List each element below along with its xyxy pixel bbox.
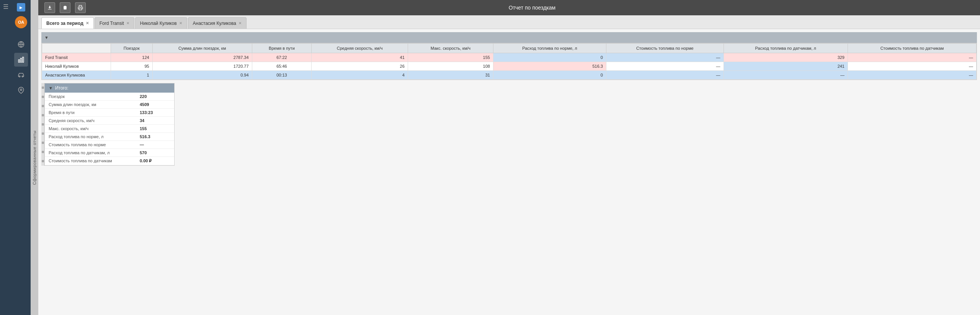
sidebar-expand-button[interactable]: ▶ [17,3,25,11]
vertical-label: Сформированные отчеты [32,130,37,184]
summary-label-time: Время в пути [49,110,140,115]
header: Отчет по поездкам [38,0,980,15]
row-marker [42,87,44,89]
row-marker [42,151,44,153]
cell-nikolay-time: 65:46 [252,62,312,71]
svg-rect-4 [23,57,24,62]
svg-point-5 [19,76,20,77]
collapse-chevron[interactable]: ▼ [44,35,49,40]
col-header-trips: Поездок [111,44,153,53]
cell-ford-fuel-sensor: 329 [724,53,848,62]
cell-nikolay-fuel-cost-norm: — [606,62,724,71]
summary-value-max-speed: 155 [140,126,170,131]
table-row: Анастасия Куликова 1 0.94 00:13 4 31 0 —… [42,71,977,80]
tab-nikolay[interactable]: Николай Куликов ✕ [135,17,187,29]
tab-close-anastasia[interactable]: ✕ [238,21,242,25]
col-header-distance: Сумма длин поездок, км [152,44,252,53]
summary-row-fuel-cost-sensor: Стоимость топлива по датчикам 0.00 ₽ [45,157,174,165]
row-label-ford: Ford Transit [42,53,111,62]
section-header[interactable]: ▼ [41,32,977,43]
summary-row-distance: Сумма длин поездок, км 4509 [45,101,174,109]
row-marker [42,114,44,116]
row-markers [41,83,44,166]
summary-value-avg-speed: 34 [140,118,170,123]
cell-anastasia-fuel-cost-norm: — [606,71,724,80]
svg-rect-2 [18,60,20,62]
cell-anastasia-fuel-sensor: — [724,71,848,80]
table-row: Ford Transit 124 2787.34 67:22 41 155 0 … [42,53,977,62]
sidebar-second: ▶ ОА [11,0,31,315]
row-label-anastasia: Анастасия Куликова [42,71,111,80]
col-header-fuel-norm: Расход топлива по норме, л [493,44,606,53]
cell-ford-trips: 124 [111,53,153,62]
cell-anastasia-fuel-cost-sensor: — [848,71,976,80]
summary-label-fuel-sensor: Расход топлива по датчикам, л [49,150,140,155]
cell-nikolay-avg-speed: 26 [312,62,408,71]
sidebar-nav-pin[interactable] [14,83,28,97]
cell-ford-fuel-norm: 0 [493,53,606,62]
cell-ford-max-speed: 155 [408,53,493,62]
cell-nikolay-trips: 95 [111,62,153,71]
summary-value-distance: 4509 [140,102,170,107]
summary-box: ▼ Итого: Поездок 220 Сумма длин поездок,… [44,83,175,166]
cell-anastasia-fuel-norm: 0 [493,71,606,80]
summary-row-fuel-cost-norm: Стоимость топлива по норме — [45,141,174,149]
cell-anastasia-distance: 0.94 [152,71,252,80]
tabs-bar: Всего за период ✕ Ford Transit ✕ Николай… [38,15,980,29]
cell-anastasia-time: 00:13 [252,71,312,80]
summary-row-time: Время в пути 133:23 [45,109,174,117]
summary-label-avg-speed: Средняя скорость, км/ч [49,118,140,123]
summary-row-avg-speed: Средняя скорость, км/ч 34 [45,117,174,125]
cell-nikolay-max-speed: 108 [408,62,493,71]
col-header-travel-time: Время в пути [252,44,312,53]
summary-title: Итого: [55,85,69,91]
tab-close-nikolay[interactable]: ✕ [179,21,182,25]
content-area: ▼ Поездок Сумма длин поездок, км Время в… [38,29,980,315]
summary-row-fuel-sensor: Расход топлива по датчикам, л 570 [45,149,174,157]
summary-value-fuel-norm: 516.3 [140,134,170,139]
svg-point-7 [20,89,22,91]
sidebar-nav-chart[interactable] [14,53,28,67]
summary-label-max-speed: Макс. скорость, км/ч [49,126,140,131]
sidebar-left: ☰ [0,0,11,315]
header-title: Отчет по поездкам [90,5,974,11]
cell-nikolay-fuel-sensor: 241 [724,62,848,71]
cell-ford-avg-speed: 41 [312,53,408,62]
svg-point-6 [22,76,23,77]
row-marker [42,123,44,126]
tab-close-all[interactable]: ✕ [86,21,89,25]
table-row: Николай Куликов 95 1720.77 65:46 26 108 … [42,62,977,71]
delete-button[interactable] [60,2,70,13]
summary-row-trips: Поездок 220 [45,93,174,101]
col-header-max-speed: Макс. скорость, км/ч [408,44,493,53]
download-button[interactable] [44,2,55,13]
summary-value-fuel-cost-norm: — [140,142,170,147]
col-header-fuel-sensor: Расход топлива по датчикам, л [724,44,848,53]
summary-label-fuel-cost-sensor: Стоимость топлива по датчикам [49,158,140,163]
summary-row-max-speed: Макс. скорость, км/ч 155 [45,125,174,133]
summary-row-fuel-norm: Расход топлива по норме, л 516.3 [45,133,174,141]
summary-value-fuel-sensor: 570 [140,150,170,155]
sidebar-nav-car[interactable] [14,68,28,82]
tab-anastasia[interactable]: Анастасия Куликова ✕ [188,17,247,29]
vertical-label-container: Сформированные отчеты [31,0,38,315]
col-header-avg-speed: Средняя скорость, км/ч [312,44,408,53]
sidebar-nav-globe[interactable] [14,38,28,51]
tab-ford-transit[interactable]: Ford Transit ✕ [95,17,134,29]
summary-collapse-chevron[interactable]: ▼ [49,86,53,90]
main-table: Поездок Сумма длин поездок, км Время в п… [42,43,977,80]
col-header-name [42,44,111,53]
summary-label-fuel-cost-norm: Стоимость топлива по норме [49,142,140,147]
tab-close-ford[interactable]: ✕ [126,21,129,25]
tab-all-period[interactable]: Всего за период ✕ [41,17,94,29]
hamburger-icon[interactable]: ☰ [3,3,8,10]
cell-nikolay-distance: 1720.77 [152,62,252,71]
cell-anastasia-trips: 1 [111,71,153,80]
summary-header[interactable]: ▼ Итого: [45,83,174,93]
col-header-fuel-cost-norm: Стоимость топлива по норме [606,44,724,53]
cell-anastasia-avg-speed: 4 [312,71,408,80]
print-button[interactable] [75,2,86,13]
main-content: Отчет по поездкам Всего за период ✕ Ford… [38,0,980,315]
row-marker [42,132,44,135]
row-label-nikolay: Николай Куликов [42,62,111,71]
